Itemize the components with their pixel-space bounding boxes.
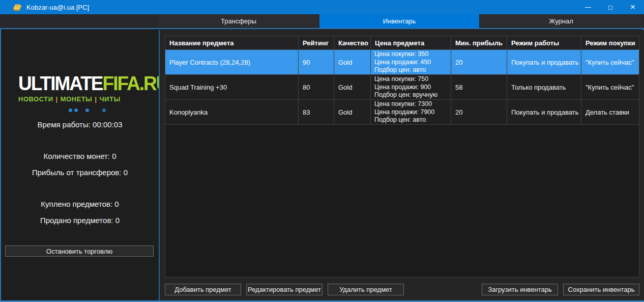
work-mode-cell: Покупать и продавать bbox=[507, 50, 581, 74]
titlebar: Kobzar-ua@i.ua [PC] — □ × bbox=[0, 0, 644, 14]
tab-inventory[interactable]: Инвентарь bbox=[319, 14, 479, 28]
window-controls: — □ × bbox=[577, 0, 644, 14]
price-pick-line: Подбор цен: вручную bbox=[374, 91, 451, 99]
brand-logo: ULTIMATEFIFA.RU bbox=[18, 73, 156, 95]
tagline-pipe: | bbox=[56, 95, 58, 103]
min-profit-cell: 20 bbox=[451, 100, 507, 124]
column-header-quality[interactable]: Качество bbox=[334, 36, 371, 49]
buy-price-line: Цена покупки: 7300 bbox=[374, 100, 451, 108]
dot-icon bbox=[102, 108, 106, 112]
column-header-buy-mode[interactable]: Режим покупки bbox=[581, 36, 639, 49]
price-pick-line: Подбор цен: авто bbox=[374, 66, 451, 74]
price-pick-line: Подбор цен: авто bbox=[374, 116, 451, 124]
item-name-cell: Squad Training +30 bbox=[165, 75, 299, 99]
column-header-item-price[interactable]: Цена предмета bbox=[371, 36, 451, 49]
buy-mode-cell: Делать ставки bbox=[581, 100, 639, 124]
tagline-news: НОВОСТИ bbox=[18, 95, 53, 103]
buy-price-line: Цена покупки: 350 bbox=[374, 50, 451, 59]
item-name-cell: Konoplyanka bbox=[165, 100, 299, 124]
sell-price-line: Цена продажи: 450 bbox=[374, 59, 451, 67]
uptime-stat: Время работы: 00:00:03 bbox=[1, 120, 159, 130]
tab-journal[interactable]: Журнал bbox=[480, 14, 642, 28]
price-cell: Цена покупки: 350 Цена продажи: 450 Подб… bbox=[371, 50, 451, 74]
load-inventory-button[interactable]: Загрузить инвентарь bbox=[482, 284, 558, 295]
price-cell: Цена покупки: 750 Цена продажи: 900 Подб… bbox=[371, 75, 451, 99]
table-row[interactable]: Player Contracts (28,24,28) 90 Gold Цена… bbox=[165, 50, 639, 75]
window-title: Kobzar-ua@i.ua [PC] bbox=[26, 4, 89, 11]
rating-cell: 80 bbox=[299, 75, 334, 99]
stop-trading-button[interactable]: Остановить торговлю bbox=[5, 245, 154, 257]
tagline-pipe: | bbox=[95, 95, 97, 103]
table-header-row: Название предмета Рейтинг Качество Цена … bbox=[165, 36, 639, 50]
dot-icon bbox=[85, 108, 89, 112]
loading-dots bbox=[69, 108, 156, 112]
tab-transfers[interactable]: Трансферы bbox=[159, 14, 318, 28]
items-bought-stat: Куплено предметов: 0 bbox=[1, 199, 159, 209]
app-window: Kobzar-ua@i.ua [PC] — □ × Трансферы Инве… bbox=[0, 0, 644, 302]
save-inventory-button[interactable]: Сохранить инвентарь bbox=[563, 284, 639, 295]
tagline-cheats: ЧИТЫ bbox=[99, 95, 120, 103]
dot-icon bbox=[74, 108, 78, 112]
buy-price-line: Цена покупки: 750 bbox=[374, 75, 451, 84]
maximize-button[interactable]: □ bbox=[599, 0, 622, 14]
close-button[interactable]: × bbox=[622, 0, 644, 14]
quality-cell: Gold bbox=[334, 100, 371, 124]
column-header-rating[interactable]: Рейтинг bbox=[299, 36, 334, 49]
quality-cell: Gold bbox=[334, 75, 371, 99]
table-row[interactable]: Konoplyanka 83 Gold Цена покупки: 7300 Ц… bbox=[165, 100, 639, 125]
tab-strip: Трансферы Инвентарь Журнал bbox=[0, 14, 644, 29]
buy-mode-cell: "Купить сейчас" bbox=[581, 50, 639, 74]
coins-icon bbox=[13, 3, 22, 11]
item-name-cell: Player Contracts (28,24,28) bbox=[165, 50, 299, 74]
inventory-panel: Название предмета Рейтинг Качество Цена … bbox=[159, 30, 644, 300]
min-profit-cell: 58 bbox=[451, 75, 507, 99]
sidebar: ULTIMATEFIFA.RU НОВОСТИ|МОНЕТЫ|ЧИТЫ Врем… bbox=[1, 30, 159, 300]
quality-cell: Gold bbox=[334, 50, 371, 74]
ultimatefifa-banner[interactable]: ULTIMATEFIFA.RU НОВОСТИ|МОНЕТЫ|ЧИТЫ bbox=[18, 73, 156, 112]
dot-icon bbox=[69, 108, 72, 112]
work-mode-cell: Покупать и продавать bbox=[507, 100, 581, 124]
items-sold-stat: Продано предметов: 0 bbox=[1, 215, 159, 226]
column-header-min-profit[interactable]: Мин. прибыль bbox=[451, 36, 507, 49]
work-mode-cell: Только продавать bbox=[507, 75, 581, 99]
rating-cell: 90 bbox=[299, 50, 334, 74]
column-header-item-name[interactable]: Название предмета bbox=[165, 36, 299, 49]
sell-price-line: Цена продажи: 7900 bbox=[374, 108, 451, 117]
sell-price-line: Цена продажи: 900 bbox=[374, 84, 451, 92]
rating-cell: 83 bbox=[299, 100, 334, 124]
delete-item-button[interactable]: Удалить предмет bbox=[328, 284, 404, 295]
column-header-work-mode[interactable]: Режим работы bbox=[507, 36, 581, 49]
add-item-button[interactable]: Добавить предмет bbox=[165, 284, 241, 295]
minimize-button[interactable]: — bbox=[577, 0, 599, 14]
tagline-coins: МОНЕТЫ bbox=[61, 95, 93, 103]
table-empty-area bbox=[165, 125, 639, 277]
brand-tagline: НОВОСТИ|МОНЕТЫ|ЧИТЫ bbox=[18, 95, 156, 103]
coins-count-stat: Количество монет: 0 bbox=[1, 151, 159, 161]
table-row[interactable]: Squad Training +30 80 Gold Цена покупки:… bbox=[165, 75, 639, 100]
price-cell: Цена покупки: 7300 Цена продажи: 7900 По… bbox=[371, 100, 451, 124]
edit-item-button[interactable]: Редактировать предмет bbox=[246, 284, 323, 295]
min-profit-cell: 20 bbox=[451, 50, 507, 74]
transfer-profit-stat: Прибыль от трансферов: 0 bbox=[1, 168, 159, 178]
buy-mode-cell: "Купить сейчас" bbox=[581, 75, 639, 99]
brand-logo-white: ULTIMATE bbox=[18, 73, 103, 95]
inventory-table: Название предмета Рейтинг Качество Цена … bbox=[165, 36, 639, 278]
